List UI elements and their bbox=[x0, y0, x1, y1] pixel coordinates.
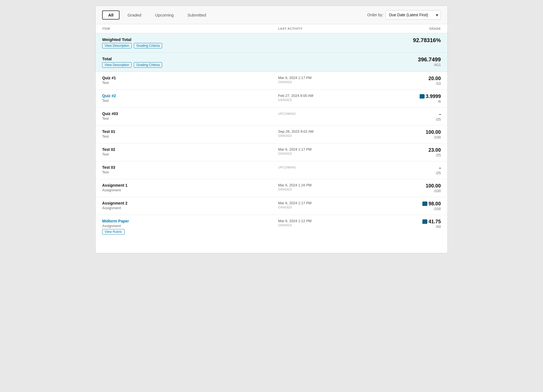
activity-status-quiz03: UPCOMING bbox=[278, 112, 370, 115]
grade-cell-quiz03: -/25 bbox=[377, 108, 447, 126]
item-type-assignment2: Assignment bbox=[102, 206, 265, 210]
col-activity-header: LAST ACTIVITY bbox=[272, 24, 377, 33]
grade-cell-midterm-paper: 41.75/50 bbox=[377, 215, 447, 239]
item-type-quiz03: Test bbox=[102, 116, 265, 121]
item-cell-test03: Test 03Test bbox=[96, 161, 272, 179]
filter-tab-graded[interactable]: Graded bbox=[122, 11, 147, 19]
activity-cell-quiz2: Feb 27, 2024 8:00 AMGRADED bbox=[272, 90, 377, 108]
summary-row-weighted-total: Weighted TotalView DescriptionGrading Cr… bbox=[96, 33, 447, 53]
item-cell-test02: Test 02Test bbox=[96, 143, 272, 161]
summary-name-total: Total bbox=[102, 56, 265, 61]
item-type-test03: Test bbox=[102, 170, 265, 174]
grade-max-quiz2: /6 bbox=[384, 99, 441, 104]
table-row-test03: Test 03TestUPCOMING-/25 bbox=[96, 161, 447, 179]
grades-table: ITEM LAST ACTIVITY GRADE Weighted TotalV… bbox=[96, 24, 447, 238]
table-row-quiz1: Quiz #1TestMar 6, 2024 1:17 PMGRADED20.0… bbox=[96, 72, 447, 90]
item-title-test01: Test 01 bbox=[102, 129, 265, 134]
link-view-description-weighted-total[interactable]: View Description bbox=[102, 43, 132, 48]
activity-status-test01: GRADED bbox=[278, 134, 370, 137]
activity-status-assignment1: GRADED bbox=[278, 188, 370, 191]
activity-cell-assignment1: Mar 6, 2024 1:16 PMGRADED bbox=[272, 179, 377, 197]
grade-with-comment-assignment2: 98.00 bbox=[384, 201, 441, 207]
grade-max-test01: /100 bbox=[384, 135, 441, 139]
comment-icon-quiz2 bbox=[420, 94, 425, 99]
grade-cell-quiz2: 3.9999/6 bbox=[377, 90, 447, 108]
item-type-test01: Test bbox=[102, 134, 265, 138]
grade-with-comment-midterm-paper: 41.75 bbox=[384, 219, 441, 225]
grade-value-test02: 23.00 bbox=[384, 147, 441, 153]
extra-link-view-rubric-midterm-paper[interactable]: View Rubric bbox=[102, 229, 125, 235]
link-view-description-total[interactable]: View Description bbox=[102, 62, 132, 68]
grade-value-quiz2: 3.9999 bbox=[426, 94, 441, 99]
summary-item-cell-total: TotalView DescriptionGrading Criteria bbox=[96, 53, 272, 72]
item-cell-quiz1: Quiz #1Test bbox=[96, 72, 272, 90]
item-title-test03: Test 03 bbox=[102, 165, 265, 170]
summary-name-weighted-total: Weighted Total bbox=[102, 37, 265, 42]
item-type-midterm-paper: Assignment bbox=[102, 224, 265, 228]
table-row-quiz2: Quiz #2TestFeb 27, 2024 8:00 AMGRADED3.9… bbox=[96, 90, 447, 108]
grade-value-assignment2: 98.00 bbox=[428, 201, 441, 207]
grade-max-midterm-paper: /50 bbox=[384, 225, 441, 229]
order-by-select[interactable]: Due Date (Latest First)Due Date (Earlies… bbox=[385, 10, 441, 20]
grade-value-test01: 100.00 bbox=[384, 129, 441, 135]
table-row-test01: Test 01TestSep 28, 2023 9:02 AMGRADED100… bbox=[96, 126, 447, 143]
summary-activity-cell-total bbox=[272, 53, 377, 72]
summary-activity-cell-weighted-total bbox=[272, 33, 377, 53]
grade-value-assignment1: 100.00 bbox=[384, 183, 441, 189]
item-type-assignment1: Assignment bbox=[102, 188, 265, 192]
grade-cell-test03: -/25 bbox=[377, 161, 447, 179]
activity-date-test01: Sep 28, 2023 9:02 AM bbox=[278, 129, 370, 134]
grade-max-test02: /25 bbox=[384, 153, 441, 157]
summary-row-total: TotalView DescriptionGrading Criteria396… bbox=[96, 53, 447, 72]
grade-value-quiz1: 20.00 bbox=[384, 76, 441, 81]
activity-date-midterm-paper: Mar 6, 2024 1:12 PM bbox=[278, 219, 370, 223]
grade-max-test03: /25 bbox=[384, 171, 441, 175]
item-title-test02: Test 02 bbox=[102, 147, 265, 152]
filter-tab-upcoming[interactable]: Upcoming bbox=[149, 11, 180, 19]
activity-status-midterm-paper: GRADED bbox=[278, 224, 370, 227]
col-grade-header: GRADE bbox=[377, 24, 447, 33]
activity-cell-quiz1: Mar 6, 2024 1:17 PMGRADED bbox=[272, 72, 377, 90]
item-title-assignment2: Assignment 2 bbox=[102, 201, 265, 205]
activity-cell-assignment2: Mar 6, 2024 1:17 PMGRADED bbox=[272, 197, 377, 215]
activity-date-test02: Mar 6, 2024 1:17 PM bbox=[278, 147, 370, 151]
item-title-assignment1: Assignment 1 bbox=[102, 183, 265, 187]
grade-max-quiz03: /25 bbox=[384, 117, 441, 121]
grade-max-assignment1: /100 bbox=[384, 189, 441, 193]
table-row-quiz03: Quiz #03TestUPCOMING-/25 bbox=[96, 108, 447, 126]
filter-tabs: AllGradedUpcomingSubmitted bbox=[102, 10, 367, 20]
activity-date-assignment2: Mar 6, 2024 1:17 PM bbox=[278, 201, 370, 205]
activity-date-quiz1: Mar 6, 2024 1:17 PM bbox=[278, 76, 370, 80]
filter-tab-submitted[interactable]: Submitted bbox=[182, 11, 212, 19]
table-header-row: ITEM LAST ACTIVITY GRADE bbox=[96, 24, 447, 33]
item-title-quiz2[interactable]: Quiz #2 bbox=[102, 94, 265, 98]
order-by-section: Order by: Due Date (Latest First)Due Dat… bbox=[367, 10, 441, 20]
table-row-assignment2: Assignment 2AssignmentMar 6, 2024 1:17 P… bbox=[96, 197, 447, 215]
summary-grade-cell-total: 396.7499/411 bbox=[377, 53, 447, 72]
item-cell-quiz2: Quiz #2Test bbox=[96, 90, 272, 108]
grade-value-midterm-paper: 41.75 bbox=[428, 219, 441, 225]
item-title-midterm-paper[interactable]: Midterm Paper bbox=[102, 219, 265, 223]
item-cell-assignment2: Assignment 2Assignment bbox=[96, 197, 272, 215]
activity-cell-test02: Mar 6, 2024 1:17 PMGRADED bbox=[272, 143, 377, 161]
grade-value-quiz03: - bbox=[384, 111, 441, 117]
grade-with-comment-quiz2: 3.9999 bbox=[384, 94, 441, 99]
grade-max-assignment2: /100 bbox=[384, 207, 441, 211]
activity-cell-quiz03: UPCOMING bbox=[272, 108, 377, 126]
item-cell-midterm-paper: Midterm PaperAssignmentView Rubric bbox=[96, 215, 272, 239]
item-cell-assignment1: Assignment 1Assignment bbox=[96, 179, 272, 197]
activity-status-quiz2: GRADED bbox=[278, 98, 370, 102]
link-grading-criteria-total[interactable]: Grading Criteria bbox=[134, 62, 162, 68]
grades-container: AllGradedUpcomingSubmitted Order by: Due… bbox=[95, 6, 448, 253]
activity-cell-midterm-paper: Mar 6, 2024 1:12 PMGRADED bbox=[272, 215, 377, 239]
link-grading-criteria-weighted-total[interactable]: Grading Criteria bbox=[134, 43, 162, 48]
filter-tab-all[interactable]: All bbox=[102, 10, 120, 20]
comment-icon-assignment2 bbox=[422, 202, 427, 206]
filter-bar: AllGradedUpcomingSubmitted Order by: Due… bbox=[96, 6, 447, 24]
grade-max-quiz1: /10 bbox=[384, 81, 441, 86]
grade-cell-test01: 100.00/100 bbox=[377, 126, 447, 143]
activity-date-quiz2: Feb 27, 2024 8:00 AM bbox=[278, 94, 370, 98]
summary-grade-sub-total: /411 bbox=[384, 63, 441, 67]
grade-cell-assignment1: 100.00/100 bbox=[377, 179, 447, 197]
item-type-quiz2: Test bbox=[102, 99, 265, 103]
